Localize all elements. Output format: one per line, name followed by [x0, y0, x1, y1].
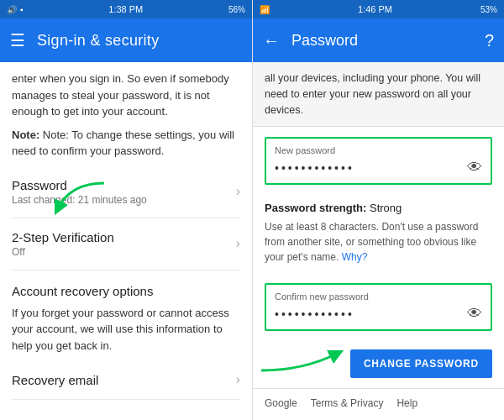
help-icon[interactable]: ?: [485, 31, 494, 50]
confirm-password-eye-icon[interactable]: 👁: [467, 305, 482, 323]
new-password-label: New password: [275, 145, 482, 155]
help-footer-link[interactable]: Help: [396, 397, 417, 409]
left-header: ☰ Sign-in & security: [0, 18, 252, 62]
google-footer-link[interactable]: Google: [265, 397, 297, 409]
strength-section: Password strength: Strong Use at least 8…: [253, 195, 504, 273]
terms-privacy-footer-link[interactable]: Terms & Privacy: [311, 397, 384, 409]
left-body-text: enter when you sign in. So even if someb…: [12, 71, 240, 120]
new-password-value[interactable]: ••••••••••••: [275, 161, 467, 175]
confirm-password-value[interactable]: ••••••••••••: [275, 307, 467, 321]
strength-desc: Use at least 8 characters. Don't use a p…: [265, 219, 492, 265]
footer-links: Google Terms & Privacy Help: [253, 388, 504, 417]
password-item-info: Password Last changed: 21 minutes ago: [12, 178, 147, 206]
new-password-container[interactable]: New password •••••••••••• 👁: [265, 137, 492, 185]
strength-desc-text: Use at least 8 characters. Don't use a p…: [265, 221, 478, 263]
change-btn-area: CHANGE PASSWORD: [253, 341, 504, 388]
confirm-password-label: Confirm new password: [275, 291, 482, 302]
two-step-item-title: 2-Step Verification: [12, 230, 114, 244]
info-text: all your devices, including your phone. …: [265, 72, 480, 116]
right-status-right-icons: 53%: [480, 5, 497, 14]
strength-value: Strong: [370, 202, 402, 214]
left-panel: 🔊 ▪ 1:38 PM 56% ☰ Sign-in & security ent…: [0, 0, 252, 420]
left-battery: 56%: [228, 5, 245, 14]
new-password-eye-icon[interactable]: 👁: [467, 159, 482, 176]
password-item-subtitle: Last changed: 21 minutes ago: [12, 194, 147, 206]
confirm-password-container[interactable]: Confirm new password •••••••••••• 👁: [265, 283, 492, 331]
confirm-password-row: •••••••••••• 👁: [275, 305, 482, 323]
two-step-chevron: ›: [236, 236, 240, 251]
two-step-item-info: 2-Step Verification Off: [12, 230, 114, 258]
note-label: Note:: [12, 129, 39, 141]
right-status-left-icons: 📶: [260, 5, 270, 14]
password-chevron: ›: [236, 184, 240, 199]
wifi-icon: 📶: [260, 5, 270, 14]
speaker-icon: 🔊: [7, 5, 17, 14]
right-header-title: Password: [291, 32, 485, 50]
two-step-item-subtitle: Off: [12, 246, 114, 258]
green-arrow-right: [253, 333, 354, 375]
right-header: ← Password ?: [253, 18, 504, 62]
left-time: 1:38 PM: [108, 4, 143, 14]
right-time: 1:46 PM: [358, 4, 392, 14]
account-recovery-desc: If you forget your password or cannot ac…: [12, 305, 240, 354]
recovery-email-item[interactable]: Recovery email ›: [12, 360, 240, 400]
note-text: Note: Note: To change these settings, yo…: [12, 127, 240, 160]
new-password-row: •••••••••••• 👁: [275, 159, 482, 176]
back-arrow-icon[interactable]: ←: [263, 31, 280, 50]
change-password-button[interactable]: CHANGE PASSWORD: [350, 349, 492, 378]
password-item-title: Password: [12, 178, 147, 192]
menu-icon[interactable]: ☰: [10, 30, 25, 50]
info-box: all your devices, including your phone. …: [253, 62, 504, 127]
recovery-email-info: Recovery email: [12, 373, 98, 387]
recovery-email-title: Recovery email: [12, 373, 98, 387]
left-status-bar: 🔊 ▪ 1:38 PM 56%: [0, 0, 252, 18]
why-link[interactable]: Why?: [342, 251, 368, 263]
note-desc: Note: To change these settings, you will…: [12, 129, 234, 158]
right-content: all your devices, including your phone. …: [253, 62, 504, 420]
two-step-menu-item[interactable]: 2-Step Verification Off ›: [12, 218, 240, 270]
left-right-icons: 56%: [228, 5, 245, 14]
recovery-email-chevron: ›: [236, 372, 240, 387]
password-menu-item[interactable]: Password Last changed: 21 minutes ago ›: [12, 166, 240, 218]
signal-icon: ▪: [20, 5, 24, 14]
left-content: enter when you sign in. So even if someb…: [0, 62, 252, 420]
left-status-icons: 🔊 ▪: [7, 5, 24, 14]
account-recovery-header: Account recovery options: [12, 270, 240, 305]
strength-label: Password strength:: [265, 202, 366, 214]
right-status-bar: 📶 1:46 PM 53%: [253, 0, 504, 18]
right-panel: 📶 1:46 PM 53% ← Password ? all your devi…: [252, 0, 504, 420]
left-header-title: Sign-in & security: [37, 32, 159, 50]
right-battery: 53%: [480, 5, 497, 14]
strength-text: Password strength: Strong: [265, 202, 492, 214]
